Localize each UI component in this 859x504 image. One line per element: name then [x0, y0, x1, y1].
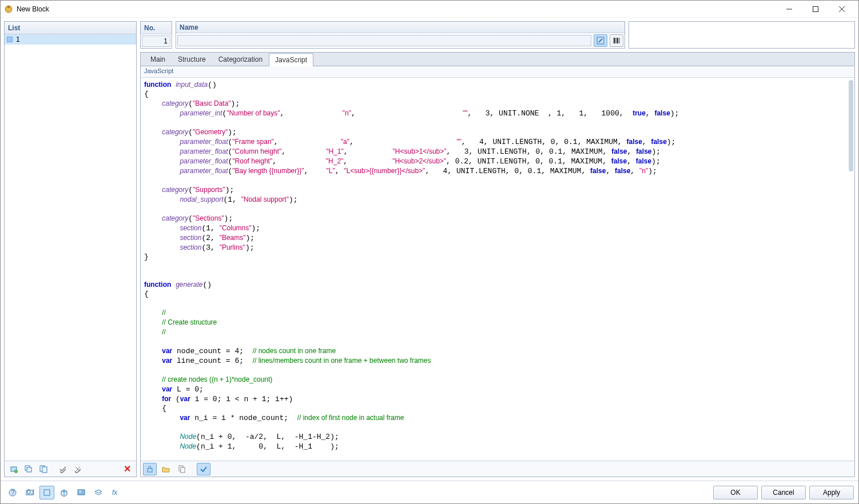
delete-x-icon: ✕: [124, 463, 131, 474]
svg-rect-9: [27, 467, 31, 472]
open-file-button[interactable]: [159, 463, 173, 475]
list-item-label: 1: [16, 35, 20, 43]
right-panel: No. Name Main Structure Categorization J…: [140, 21, 855, 477]
name-label: Name: [176, 22, 625, 33]
svg-rect-26: [26, 490, 33, 495]
svg-rect-3: [813, 6, 818, 11]
ok-button[interactable]: OK: [713, 486, 758, 499]
code-toolbar: [141, 461, 854, 477]
tab-main[interactable]: Main: [144, 53, 172, 66]
name-panel: Name: [176, 21, 625, 49]
apply-button[interactable]: Apply: [809, 486, 854, 499]
svg-point-24: [9, 489, 16, 496]
svg-text:0,0: 0,0: [27, 488, 34, 496]
code-header: JavaScript: [141, 66, 854, 78]
no-label: No.: [141, 22, 172, 34]
svg-point-0: [5, 6, 12, 13]
svg-rect-21: [148, 469, 152, 472]
svg-line-13: [75, 467, 80, 471]
code-editor[interactable]: function input_data() { category("Basic …: [141, 78, 854, 461]
svg-rect-10: [40, 466, 45, 471]
function-button[interactable]: fx: [108, 486, 123, 499]
svg-rect-22: [179, 466, 183, 471]
units-button[interactable]: 0,0: [22, 486, 37, 499]
svg-line-12: [75, 467, 80, 471]
render-button[interactable]: [74, 486, 89, 499]
view3d-button[interactable]: [57, 486, 71, 499]
tab-structure[interactable]: Structure: [172, 53, 212, 66]
svg-line-15: [599, 39, 602, 42]
top-row: No. Name: [140, 21, 855, 49]
svg-text:?: ?: [11, 489, 15, 497]
svg-rect-23: [181, 467, 185, 473]
svg-line-5: [839, 6, 845, 12]
svg-line-4: [839, 6, 845, 12]
list-body[interactable]: 1: [5, 34, 136, 461]
new-item-button[interactable]: [7, 463, 21, 475]
lock-button[interactable]: [143, 463, 157, 475]
view2d-button[interactable]: [39, 486, 54, 499]
svg-rect-1: [7, 6, 10, 8]
name-input[interactable]: [177, 35, 591, 46]
svg-text:fx: fx: [112, 489, 118, 497]
duplicate-item-button[interactable]: [37, 463, 50, 475]
barcode-button[interactable]: [610, 34, 623, 47]
tab-categorization[interactable]: Categorization: [212, 53, 269, 66]
code-panel: JavaScript function input_data() { categ…: [140, 66, 855, 477]
code-text: function input_data() { category("Basic …: [141, 78, 854, 454]
footer: ? 0,0 fx OK Cancel Apply: [1, 481, 858, 503]
list-header: List: [5, 22, 136, 34]
close-button[interactable]: [829, 1, 855, 17]
help-button[interactable]: ?: [5, 486, 20, 499]
layers-button[interactable]: [91, 486, 106, 499]
window-title: New Block: [17, 5, 776, 13]
number-panel: No.: [140, 21, 172, 49]
svg-rect-6: [11, 467, 17, 471]
maximize-button[interactable]: [802, 1, 829, 17]
tabs: Main Structure Categorization JavaScript: [140, 52, 855, 66]
cancel-button[interactable]: Cancel: [761, 486, 806, 499]
validate-button[interactable]: [197, 463, 210, 475]
no-input[interactable]: [142, 35, 170, 47]
list-item[interactable]: 1: [5, 34, 136, 45]
svg-rect-31: [78, 490, 85, 495]
tab-javascript[interactable]: JavaScript: [269, 53, 313, 66]
svg-rect-28: [44, 490, 50, 495]
svg-point-7: [14, 470, 18, 473]
left-panel: List 1 ✕: [4, 21, 137, 477]
copy-item-button[interactable]: [22, 463, 35, 475]
svg-rect-14: [597, 37, 604, 44]
preview-panel: [629, 21, 855, 49]
minimize-button[interactable]: [776, 1, 802, 17]
list-item-color-icon: [7, 37, 13, 42]
svg-rect-8: [25, 466, 30, 470]
scrollbar-thumb[interactable]: [849, 80, 853, 171]
copy-code-button[interactable]: [175, 463, 189, 475]
svg-rect-11: [42, 467, 47, 473]
uncheck-all-button[interactable]: [71, 463, 85, 475]
main-area: List 1 ✕ No. Name: [1, 18, 858, 481]
titlebar: New Block: [1, 1, 858, 18]
check-all-button[interactable]: [56, 463, 70, 475]
edit-name-button[interactable]: [594, 34, 607, 47]
delete-item-button[interactable]: ✕: [120, 463, 134, 475]
svg-point-32: [79, 490, 81, 492]
list-toolbar: ✕: [5, 461, 136, 477]
app-icon: [4, 5, 13, 14]
